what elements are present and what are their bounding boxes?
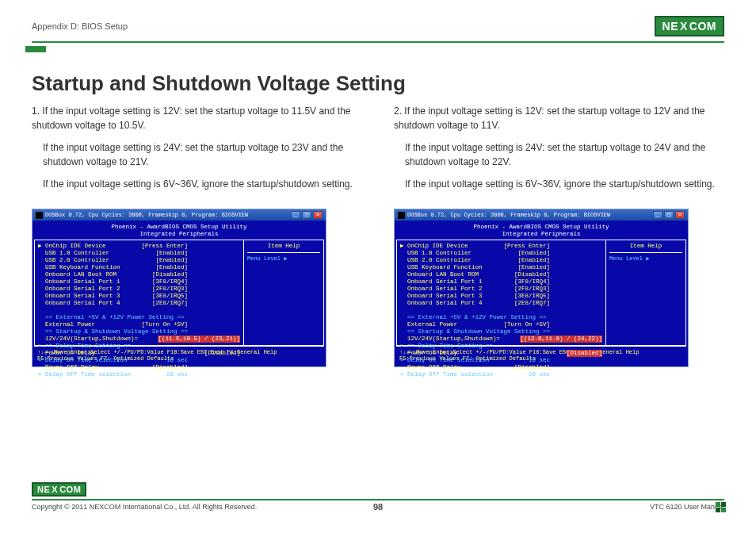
- left-p3: If the input voltage setting is 6V~36V, …: [32, 177, 362, 191]
- copyright: Copyright © 2011 NEXCOM International Co…: [32, 503, 257, 511]
- bios-item[interactable]: External Power [Turn On +5V]: [38, 321, 240, 328]
- titlebar-text: DOSBox 0.72, Cpu Cycles: 3000, Frameskip…: [45, 212, 248, 218]
- help-title: Item Help: [247, 243, 320, 253]
- right-p1: 2. If the input voltage setting is 12V: …: [394, 104, 724, 132]
- titlebar-text: DOSBox 0.72, Cpu Cycles: 3000, Frameskip…: [407, 212, 610, 218]
- bios-item[interactable]: Onboard Serial Port 4 [2E8/IRQ7]: [38, 300, 240, 307]
- bios-screenshot-left: DOSBox 0.72, Cpu Cycles: 3000, Frameskip…: [32, 209, 326, 367]
- dosbox-titlebar: DOSBox 0.72, Cpu Cycles: 3000, Frameskip…: [32, 209, 326, 220]
- bios-item-disabled: × Delay Off Time selection 20 sec: [400, 371, 602, 378]
- dosbox-titlebar: DOSBox 0.72, Cpu Cycles: 3000, Frameskip…: [395, 209, 688, 220]
- logo-right: COM: [59, 485, 81, 494]
- logo-right: COM: [689, 20, 716, 33]
- bios-item[interactable]: Power Off Delay [Disabled]: [400, 364, 602, 371]
- page-number: 98: [373, 502, 383, 512]
- brand-logo: NE X COM: [655, 16, 724, 36]
- logo-x-icon: X: [52, 485, 58, 494]
- accent-tab: [25, 46, 46, 52]
- bios-item[interactable]: ▶ OnChip IDE Device [Press Enter]: [38, 243, 240, 250]
- bios-item[interactable]: Power On Delay [Disabled]: [400, 350, 602, 357]
- bios-title-2: Integrated Peripherals: [396, 231, 686, 238]
- window-icon: [398, 212, 405, 219]
- blank: [38, 307, 240, 314]
- left-p2: If the input voltage setting is 24V: set…: [32, 140, 362, 169]
- column-left: 1. If the input voltage setting is 12V: …: [32, 104, 362, 367]
- header-section: Appendix D: BIOS Setup: [32, 21, 128, 31]
- bios-item-disabled: × Delay Off Time selection 20 sec: [38, 371, 240, 378]
- footer-logo: NE X COM: [32, 482, 86, 497]
- close-icon[interactable]: ×: [313, 211, 323, 219]
- column-right: 2. If the input voltage setting is 12V: …: [394, 104, 724, 367]
- bios-title-1: Phoenix - AwardBIOS CMOS Setup Utility: [34, 224, 324, 231]
- bios-item-disabled: × Delay On Time selection 10 sec: [38, 357, 240, 364]
- right-p3: If the input voltage setting is 6V~36V, …: [394, 177, 724, 191]
- bios-menu: ▶ OnChip IDE Device [Press Enter] USB 1.…: [35, 240, 244, 345]
- bios-item[interactable]: Onboard Serial Port 2 [2F8/IRQ3]: [38, 286, 240, 293]
- bios-item[interactable]: USB 1.0 Controller [Enabled]: [38, 250, 240, 257]
- bios-help-panel: Item Help Menu Level ▶: [606, 240, 685, 345]
- header-divider: [32, 41, 724, 43]
- section-heading: × == Delay Time Setting ==: [38, 343, 240, 350]
- bios-item[interactable]: Onboard LAN Boot ROM [Disabled]: [400, 271, 602, 278]
- close-icon[interactable]: ×: [675, 211, 685, 219]
- maximize-icon[interactable]: ▢: [302, 211, 311, 219]
- bios-item-disabled: × Delay On Time selection 10 sec: [400, 357, 602, 364]
- minimize-icon[interactable]: _: [653, 211, 662, 219]
- bios-help-panel: Item Help Menu Level ▶: [244, 240, 323, 345]
- bios-item[interactable]: Onboard Serial Port 1 [3F8/IRQ4]: [400, 278, 602, 286]
- section-heading: × == Delay Time Setting ==: [400, 343, 602, 350]
- page-title: Startup and Shutdown Voltage Setting: [32, 71, 724, 96]
- footer-divider: [32, 499, 724, 500]
- bios-item[interactable]: Power Off Delay [Disabled]: [38, 364, 240, 371]
- section-heading: == Startup & Shutdown Voltage Setting ==: [400, 328, 602, 336]
- bios-item[interactable]: USB Keyboard Function [Enabled]: [38, 264, 240, 271]
- manual-name: VTC 6120 User Manual: [650, 503, 724, 511]
- bios-item-highlighted[interactable]: 12V/24V(Startup,Shutdown)=[(11.5,10.5) /…: [38, 336, 240, 343]
- menu-level: Menu Level ▶: [609, 255, 682, 262]
- minimize-icon[interactable]: _: [291, 211, 300, 219]
- menu-level: Menu Level ▶: [247, 255, 320, 262]
- bios-item[interactable]: ▶ OnChip IDE Device [Press Enter]: [400, 243, 602, 250]
- bios-item[interactable]: Onboard LAN Boot ROM [Disabled]: [38, 271, 240, 278]
- bios-menu: ▶ OnChip IDE Device [Press Enter] USB 1.…: [397, 240, 606, 345]
- section-heading: == External +5V & +12V Power Setting ==: [400, 314, 602, 321]
- bios-screenshot-right: DOSBox 0.72, Cpu Cycles: 3000, Frameskip…: [394, 209, 689, 367]
- bios-title-2: Integrated Peripherals: [34, 231, 324, 238]
- logo-left: NE: [37, 485, 50, 494]
- bios-item[interactable]: Power On Delay [Disabled]: [38, 350, 240, 357]
- bios-item[interactable]: USB 1.0 Controller [Enabled]: [400, 250, 602, 257]
- right-p2: If the input voltage setting is 24V: set…: [394, 140, 724, 169]
- bios-item[interactable]: Onboard Serial Port 3 [3E8/IRQ5]: [400, 293, 602, 300]
- bios-item[interactable]: USB 2.0 Controller [Enabled]: [400, 257, 602, 264]
- corner-squares-icon: [716, 502, 726, 512]
- bios-item[interactable]: External Power [Turn On +5V]: [400, 321, 602, 328]
- bios-item[interactable]: Onboard Serial Port 1 [3F8/IRQ4]: [38, 278, 240, 286]
- section-heading: == Startup & Shutdown Voltage Setting ==: [38, 328, 240, 336]
- bios-item[interactable]: Onboard Serial Port 2 [2F8/IRQ3]: [400, 286, 602, 293]
- help-title: Item Help: [609, 243, 682, 253]
- bios-item[interactable]: Onboard Serial Port 3 [3E8/IRQ5]: [38, 293, 240, 300]
- logo-x-icon: X: [680, 20, 688, 33]
- bios-item[interactable]: USB Keyboard Function [Enabled]: [400, 264, 602, 271]
- bios-item[interactable]: USB 2.0 Controller [Enabled]: [38, 257, 240, 264]
- window-icon: [36, 212, 43, 219]
- left-p1: 1. If the input voltage setting is 12V: …: [32, 104, 362, 132]
- section-heading: == External +5V & +12V Power Setting ==: [38, 314, 240, 321]
- bios-title-1: Phoenix - AwardBIOS CMOS Setup Utility: [396, 224, 686, 231]
- bios-item-highlighted[interactable]: 12V/24V(Startup,Shutdown)=[(12.0,11.0) /…: [400, 336, 602, 343]
- blank: [400, 307, 602, 314]
- bios-item[interactable]: Onboard Serial Port 4 [2E8/IRQ7]: [400, 300, 602, 307]
- logo-left: NE: [662, 20, 678, 33]
- maximize-icon[interactable]: ▢: [664, 211, 674, 219]
